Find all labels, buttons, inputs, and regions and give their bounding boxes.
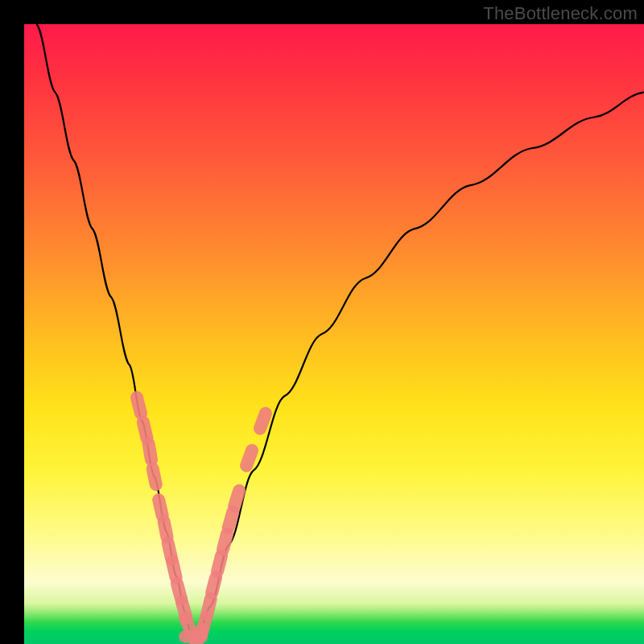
marker-pill bbox=[172, 562, 176, 577]
marker-pill bbox=[207, 599, 211, 614]
curve-layer bbox=[36, 24, 644, 638]
marker-pill bbox=[212, 577, 216, 592]
chart-frame: TheBottleneck.com bbox=[0, 0, 644, 644]
chart-svg bbox=[24, 24, 644, 644]
bottleneck-curve bbox=[36, 24, 644, 638]
marker-pill bbox=[164, 522, 167, 538]
marker-pill bbox=[153, 469, 156, 485]
marker-pill bbox=[246, 451, 252, 466]
marker-pill bbox=[143, 423, 147, 439]
marker-layer bbox=[137, 398, 266, 644]
marker-pill bbox=[234, 491, 239, 506]
watermark-text: TheBottleneck.com bbox=[483, 3, 638, 24]
marker-pill bbox=[260, 413, 266, 428]
marker-pill bbox=[223, 534, 227, 549]
marker-pill bbox=[159, 500, 162, 515]
marker-pill bbox=[229, 512, 233, 527]
marker-pill bbox=[149, 444, 151, 460]
plot-area bbox=[24, 24, 644, 644]
marker-pill bbox=[137, 398, 141, 414]
marker-pill bbox=[217, 555, 221, 571]
